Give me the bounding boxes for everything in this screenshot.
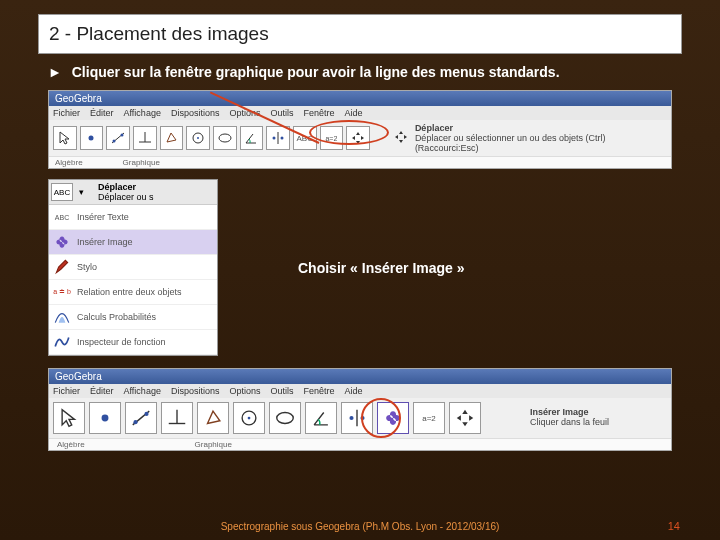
tool-polygon-icon[interactable]: [160, 126, 184, 150]
chevron-down-icon[interactable]: ▾: [79, 187, 84, 197]
instruction-line: ► Cliquer sur la fenêtre graphique pour …: [48, 64, 682, 80]
svg-marker-6: [167, 133, 176, 142]
dropdown-item-label: Relation entre deux objets: [77, 287, 182, 297]
tool-description-sub: Cliquer dans la feuil: [530, 418, 609, 428]
menu-item[interactable]: Options: [229, 386, 260, 396]
slide-title: 2 - Placement des images: [38, 14, 682, 54]
tool-text-icon[interactable]: ABC: [51, 183, 73, 201]
app-title: GeoGebra: [55, 93, 102, 104]
tool-ellipse-icon[interactable]: [269, 402, 301, 434]
inspector-icon: [53, 333, 71, 351]
page-number: 14: [668, 520, 680, 532]
dropdown-item-insert-text[interactable]: ABC Insérer Texte: [49, 205, 217, 230]
footer: Spectrographie sous Geogebra (Ph.M Obs. …: [0, 521, 720, 532]
dropdown-item-label: Stylo: [77, 262, 97, 272]
screenshot-menubar-standard: GeoGebra Fichier Éditer Affichage Dispos…: [48, 90, 672, 169]
toolbar: ABC a=2 Déplacer Déplacer ou sélectionne…: [49, 120, 671, 156]
toolbar: a=2 Insérer Image Cliquer dans la feuil: [49, 398, 671, 438]
tool-move-view-icon[interactable]: [449, 402, 481, 434]
dropdown-item-label: Insérer Texte: [77, 212, 129, 222]
menu-item[interactable]: Fichier: [53, 108, 80, 118]
menu-item[interactable]: Affichage: [124, 386, 161, 396]
menu-item[interactable]: Fenêtre: [303, 108, 334, 118]
tool-description: Insérer Image Cliquer dans la feuil: [530, 408, 609, 428]
dropdown-item-relation[interactable]: a ≐ b Relation entre deux objets: [49, 280, 217, 305]
panel-label-algebre: Algèbre: [57, 440, 85, 449]
instruction-choisir: Choisir « Insérer Image »: [298, 260, 465, 276]
instruction-text: Cliquer sur la fenêtre graphique pour av…: [72, 64, 560, 80]
svg-point-9: [219, 134, 231, 142]
dropdown-header: ABC ▾ Déplacer Déplacer ou s: [49, 180, 217, 205]
menu-item[interactable]: Outils: [270, 386, 293, 396]
tool-description-sub: Déplacer ou sélectionner un ou des objet…: [415, 133, 667, 153]
svg-point-12: [281, 137, 284, 140]
dropdown-item-insert-image[interactable]: Insérer Image: [49, 230, 217, 255]
callout-circle: [361, 398, 401, 438]
svg-point-16: [144, 412, 148, 416]
tool-polygon-icon[interactable]: [197, 402, 229, 434]
dropdown-item-inspector[interactable]: Inspecteur de fonction: [49, 330, 217, 355]
tool-point-icon[interactable]: [80, 126, 104, 150]
menu-item[interactable]: Fichier: [53, 386, 80, 396]
tool-description: Déplacer Déplacer ou sélectionner un ou …: [393, 123, 667, 153]
panel-label-algebre: Algèbre: [55, 158, 83, 167]
probability-icon: [53, 308, 71, 326]
tool-circle-icon[interactable]: [186, 126, 210, 150]
svg-point-2: [113, 140, 116, 143]
tool-perpendicular-icon[interactable]: [133, 126, 157, 150]
tool-ellipse-icon[interactable]: [213, 126, 237, 150]
svg-point-11: [273, 137, 276, 140]
svg-point-21: [248, 417, 251, 420]
dropdown-item-label: Inspecteur de fonction: [77, 337, 166, 347]
dropdown-item-label: Calculs Probabilités: [77, 312, 156, 322]
svg-point-22: [277, 413, 294, 424]
menu-item[interactable]: Outils: [270, 108, 293, 118]
tool-perpendicular-icon[interactable]: [161, 402, 193, 434]
callout-ellipse: [309, 120, 389, 145]
menubar: Fichier Éditer Affichage Dispositions Op…: [49, 384, 671, 398]
dropdown-header-title: Déplacer: [98, 182, 154, 192]
dropdown-item-probability[interactable]: Calculs Probabilités: [49, 305, 217, 330]
menu-item[interactable]: Dispositions: [171, 108, 220, 118]
tool-point-icon[interactable]: [89, 402, 121, 434]
tool-line-icon[interactable]: [125, 402, 157, 434]
svg-point-24: [349, 416, 353, 420]
panel-labels: Algèbre Graphique: [49, 438, 671, 450]
menubar: Fichier Éditer Affichage Dispositions Op…: [49, 106, 671, 120]
menu-item[interactable]: Aide: [345, 386, 363, 396]
tool-slider-icon[interactable]: a=2: [413, 402, 445, 434]
window-titlebar: GeoGebra: [49, 91, 671, 106]
arrow-icon: ►: [48, 64, 62, 80]
relation-icon: a ≐ b: [53, 283, 71, 301]
move-icon: [393, 129, 409, 147]
tool-pointer-icon[interactable]: [53, 402, 85, 434]
tool-angle-icon[interactable]: [240, 126, 264, 150]
svg-marker-19: [208, 411, 220, 423]
dropdown-panel: ABC ▾ Déplacer Déplacer ou s ABC Insérer…: [48, 179, 218, 356]
tool-description-title: Déplacer: [415, 123, 667, 133]
dropdown-item-label: Insérer Image: [77, 237, 133, 247]
dropdown-header-sub: Déplacer ou s: [98, 192, 154, 202]
panel-label-graphique: Graphique: [123, 158, 160, 167]
svg-point-13: [102, 415, 109, 422]
menu-item[interactable]: Dispositions: [171, 386, 220, 396]
svg-point-8: [197, 137, 199, 139]
menu-item[interactable]: Éditer: [90, 108, 114, 118]
tool-angle-icon[interactable]: [305, 402, 337, 434]
menu-item[interactable]: Éditer: [90, 386, 114, 396]
tool-pointer-icon[interactable]: [53, 126, 77, 150]
text-icon: ABC: [53, 208, 71, 226]
pen-icon: [53, 258, 71, 276]
tool-circle-icon[interactable]: [233, 402, 265, 434]
screenshot-image-tool-selected: GeoGebra Fichier Éditer Affichage Dispos…: [48, 368, 672, 451]
dropdown-item-pen[interactable]: Stylo: [49, 255, 217, 280]
panel-labels: Algèbre Graphique: [49, 156, 671, 168]
menu-item[interactable]: Fenêtre: [303, 386, 334, 396]
svg-point-0: [89, 136, 94, 141]
tool-line-icon[interactable]: [106, 126, 130, 150]
window-titlebar: GeoGebra: [49, 369, 671, 384]
menu-item[interactable]: Aide: [345, 108, 363, 118]
menu-item[interactable]: Affichage: [124, 108, 161, 118]
app-title: GeoGebra: [55, 371, 102, 382]
tool-reflect-icon[interactable]: [266, 126, 290, 150]
